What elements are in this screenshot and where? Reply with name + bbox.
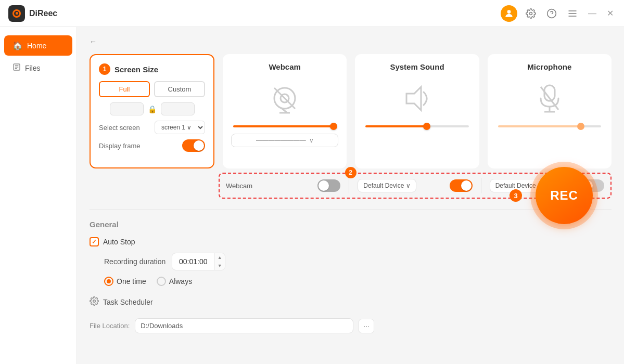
sidebar-item-files[interactable]: Files (4, 58, 72, 79)
system-sound-title: System Sound (363, 62, 470, 71)
divider-2 (481, 178, 481, 193)
webcam-slider-row[interactable] (231, 125, 338, 127)
back-button[interactable]: ← (90, 37, 612, 46)
display-frame-row: Display frame (99, 139, 205, 152)
always-radio-outer (157, 277, 166, 286)
title-bar-right: — ✕ (501, 5, 616, 22)
spin-up-button[interactable]: ▲ (214, 253, 225, 262)
system-sound-slider-track[interactable] (365, 125, 468, 127)
file-location-row: File Location: D:/Downloads ··· (90, 318, 612, 333)
microphone-slider-thumb[interactable] (577, 123, 584, 130)
rec-relative-wrap: 3 REC (530, 162, 598, 229)
rec-button[interactable]: REC (536, 167, 593, 224)
back-arrow-icon: ← (90, 37, 97, 46)
task-scheduler-label: Task Scheduler (103, 298, 153, 306)
webcam-slider-track[interactable] (233, 125, 336, 127)
file-location-input[interactable]: D:/Downloads (135, 318, 353, 333)
files-icon (12, 63, 21, 73)
minimize-button[interactable]: — (586, 7, 598, 20)
dimensions-row: 1920 🔒 1080 (99, 102, 205, 115)
width-input[interactable]: 1920 (110, 102, 144, 115)
webcam-control-label: Webcam (226, 182, 252, 190)
microphone-slider-row[interactable] (496, 125, 603, 127)
help-icon[interactable] (544, 6, 559, 21)
close-button[interactable]: ✕ (605, 6, 616, 20)
webcam-slider-thumb[interactable] (330, 123, 337, 130)
rec-label: REC (550, 188, 578, 203)
webcam-device-row: ———————— ∨ (231, 134, 338, 147)
duration-spinners: ▲ ▼ (214, 253, 225, 270)
screen-select[interactable]: screen 1 ∨ (155, 121, 205, 134)
lock-icon: 🔒 (148, 105, 157, 113)
display-frame-toggle[interactable] (182, 139, 205, 152)
system-sound-dropdown[interactable]: Default Device ∨ (358, 179, 416, 192)
system-sound-toggle-knob (461, 180, 472, 191)
webcam-slider-fill (233, 125, 336, 127)
divider-1 (349, 178, 349, 193)
webcam-panel: Webcam (223, 54, 347, 168)
step1-badge: 1 (99, 63, 110, 75)
menu-icon[interactable] (565, 6, 580, 21)
rec-button-area: 3 REC (530, 162, 598, 229)
always-radio[interactable]: Always (157, 277, 192, 286)
microphone-icon (537, 83, 563, 114)
system-sound-slider-row[interactable] (363, 125, 470, 127)
webcam-toggle-knob (319, 180, 329, 191)
auto-stop-row: ✓ Auto Stop (90, 237, 612, 246)
system-sound-dropdown-label: Default Device (363, 182, 404, 189)
microphone-panel: Microphone (488, 54, 612, 168)
title-bar: DiReec — ✕ (0, 0, 624, 27)
microphone-title: Microphone (496, 62, 603, 71)
settings-icon[interactable] (524, 6, 538, 21)
panels-row: 1 Screen Size Full Custom 1920 🔒 1080 Se… (90, 54, 612, 168)
checkmark-icon: ✓ (92, 238, 97, 245)
system-sound-slider-thumb[interactable] (423, 123, 430, 130)
webcam-toggle[interactable] (317, 179, 340, 192)
webcam-dropdown-arrow[interactable]: ∨ (309, 137, 314, 144)
system-sound-icon-area (363, 77, 470, 119)
screen-size-title: Screen Size (114, 65, 158, 74)
microphone-slider-track[interactable] (498, 125, 601, 127)
svg-point-0 (507, 10, 511, 14)
height-input[interactable]: 1080 (161, 102, 195, 115)
webcam-control-segment: Webcam (226, 179, 340, 192)
toggle-knob (194, 140, 204, 151)
microphone-dropdown-label: Default Device (495, 182, 536, 189)
one-time-label: One time (117, 277, 146, 285)
svg-marker-16 (406, 87, 421, 110)
system-sound-panel: System Sound (355, 54, 479, 168)
select-screen-row: Select screen screen 1 ∨ (99, 121, 205, 134)
radio-row: One time Always (104, 277, 612, 286)
spin-down-button[interactable]: ▼ (214, 262, 225, 270)
screen-size-title-row: 1 Screen Size (99, 63, 205, 75)
app-logo-dot (16, 12, 18, 15)
duration-input[interactable]: 00:01:00 (172, 255, 214, 268)
app-logo (8, 5, 25, 22)
system-sound-control-segment: Default Device ∨ (358, 179, 472, 192)
svg-point-21 (93, 300, 96, 303)
system-sound-icon (401, 84, 432, 113)
sidebar: 🏠 Home Files (0, 27, 77, 364)
file-dots-button[interactable]: ··· (359, 319, 374, 333)
webcam-device-text: ———————— (256, 137, 306, 144)
svg-point-1 (530, 12, 532, 15)
task-scheduler-row[interactable]: Task Scheduler (90, 296, 612, 308)
custom-size-button[interactable]: Custom (154, 81, 205, 97)
app-name: DiReec (29, 9, 57, 18)
screen-size-panel: 1 Screen Size Full Custom 1920 🔒 1080 Se… (90, 54, 214, 168)
display-frame-label: Display frame (99, 142, 140, 150)
duration-input-wrap: 00:01:00 ▲ ▼ (172, 253, 225, 270)
duration-row: Recording duration 00:01:00 ▲ ▼ (104, 253, 612, 270)
microphone-icon-area (496, 77, 603, 119)
app-logo-inner (12, 9, 21, 18)
recording-duration-label: Recording duration (104, 257, 165, 266)
sidebar-item-home[interactable]: 🏠 Home (4, 35, 72, 56)
one-time-radio-inner (107, 279, 111, 283)
sidebar-item-home-label: Home (27, 42, 46, 50)
system-sound-toggle[interactable] (450, 179, 473, 192)
full-size-button[interactable]: Full (99, 81, 150, 97)
avatar-icon[interactable] (501, 5, 517, 22)
auto-stop-checkbox[interactable]: ✓ (90, 237, 99, 246)
one-time-radio[interactable]: One time (104, 277, 146, 286)
one-time-radio-outer (104, 277, 113, 286)
